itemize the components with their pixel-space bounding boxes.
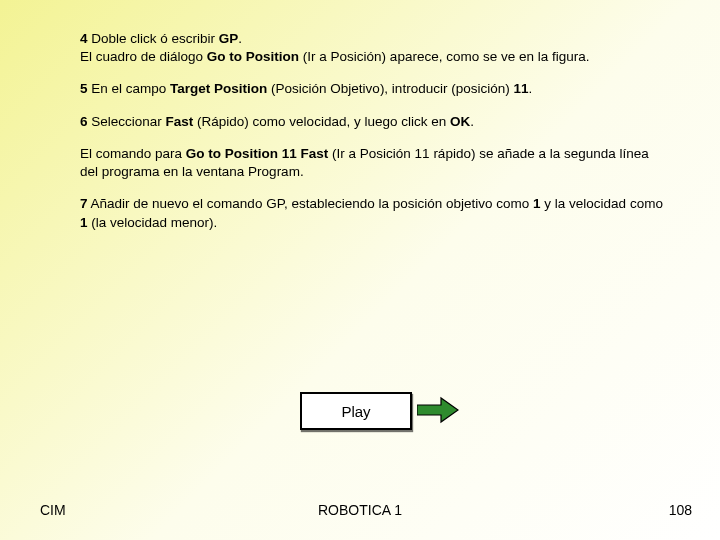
text: (Rápido) como velocidad, y luego click e… [193, 114, 450, 129]
body-text: 4 Doble click ó escribir GP. El cuadro d… [80, 30, 670, 246]
arrow-right-icon [417, 396, 459, 424]
step-number: 5 [80, 81, 88, 96]
text: El cuadro de diálogo [80, 49, 207, 64]
play-button[interactable]: Play [300, 392, 412, 430]
text: Doble click ó escribir [88, 31, 219, 46]
text: El comando para [80, 146, 186, 161]
kw-command: Go to Position 11 Fast [186, 146, 329, 161]
text: En el campo [88, 81, 171, 96]
kw-ok: OK [450, 114, 470, 129]
text: Seleccionar [88, 114, 166, 129]
kw-11: 11 [513, 81, 528, 96]
kw-gotoposition: Go to Position [207, 49, 299, 64]
step-number: 6 [80, 114, 88, 129]
slide: 4 Doble click ó escribir GP. El cuadro d… [0, 0, 720, 540]
text: . [470, 114, 474, 129]
play-label: Play [341, 403, 370, 420]
text: (la velocidad menor). [88, 215, 218, 230]
step-4: 4 Doble click ó escribir GP. El cuadro d… [80, 30, 670, 66]
kw-gp: GP [219, 31, 239, 46]
step-number: 7 [80, 196, 88, 211]
kw-target-position: Target Position [170, 81, 267, 96]
text: y la velocidad como [541, 196, 663, 211]
text: . [238, 31, 242, 46]
kw-one: 1 [533, 196, 541, 211]
text: Añadir de nuevo el comando GP, estableci… [88, 196, 534, 211]
step-number: 4 [80, 31, 88, 46]
text: . [528, 81, 532, 96]
explanation: El comando para Go to Position 11 Fast (… [80, 145, 670, 181]
text: (Ir a Posición) aparece, como se ve en l… [299, 49, 589, 64]
step-5: 5 En el campo Target Position (Posición … [80, 80, 670, 98]
step-7: 7 Añadir de nuevo el comando GP, estable… [80, 195, 670, 231]
page-number: 108 [669, 502, 692, 518]
kw-fast: Fast [166, 114, 194, 129]
text: (Posición Objetivo), introducir (posició… [267, 81, 513, 96]
kw-one: 1 [80, 215, 88, 230]
step-6: 6 Seleccionar Fast (Rápido) como velocid… [80, 113, 670, 131]
footer-center: ROBOTICA 1 [0, 502, 720, 518]
svg-marker-0 [417, 398, 458, 422]
